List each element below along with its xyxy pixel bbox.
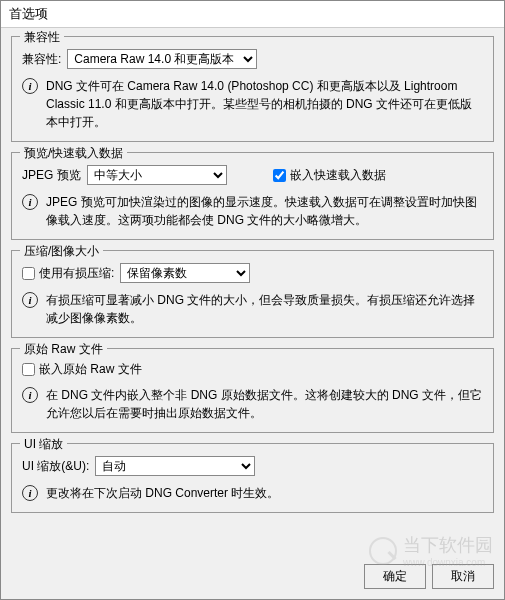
info-icon: i [22,78,38,94]
ui-legend: UI 缩放 [20,436,67,453]
info-icon: i [22,194,38,210]
compat-info: DNG 文件可在 Camera Raw 14.0 (Photoshop CC) … [46,77,483,131]
preview-select[interactable]: 中等大小 [87,165,227,185]
ui-label: UI 缩放(&U): [22,458,89,475]
preview-legend: 预览/快速载入数据 [20,145,127,162]
raw-legend: 原始 Raw 文件 [20,341,107,358]
compat-group: 兼容性 兼容性: Camera Raw 14.0 和更高版本 i DNG 文件可… [11,36,494,142]
compress-legend: 压缩/图像大小 [20,243,103,260]
preview-info: JPEG 预览可加快渲染过的图像的显示速度。快速载入数据可在调整设置时加快图像载… [46,193,483,229]
ui-scale-select[interactable]: 自动 [95,456,255,476]
info-icon: i [22,485,38,501]
preview-label: JPEG 预览 [22,167,81,184]
ok-button[interactable]: 确定 [364,564,426,589]
raw-info: 在 DNG 文件内嵌入整个非 DNG 原始数据文件。这将创建较大的 DNG 文件… [46,386,483,422]
lossy-label: 使用有损压缩: [39,265,114,282]
compress-info: 有损压缩可显著减小 DNG 文件的大小，但会导致质量损失。有损压缩还允许选择减少… [46,291,483,327]
embed-raw-label: 嵌入原始 Raw 文件 [39,361,142,378]
embed-raw-checkbox[interactable] [22,363,35,376]
embed-fastload-checkbox[interactable] [273,169,286,182]
window-title: 首选项 [1,1,504,28]
info-icon: i [22,292,38,308]
info-icon: i [22,387,38,403]
compat-legend: 兼容性 [20,29,64,46]
preview-group: 预览/快速载入数据 JPEG 预览 中等大小 嵌入快速载入数据 i JPEG 预… [11,152,494,240]
cancel-button[interactable]: 取消 [432,564,494,589]
compress-group: 压缩/图像大小 使用有损压缩: 保留像素数 i 有损压缩可显著减小 DNG 文件… [11,250,494,338]
lossy-checkbox[interactable] [22,267,35,280]
raw-group: 原始 Raw 文件 嵌入原始 Raw 文件 i 在 DNG 文件内嵌入整个非 D… [11,348,494,433]
ui-info: 更改将在下次启动 DNG Converter 时生效。 [46,484,483,502]
compat-select[interactable]: Camera Raw 14.0 和更高版本 [67,49,257,69]
ui-group: UI 缩放 UI 缩放(&U): 自动 i 更改将在下次启动 DNG Conve… [11,443,494,513]
compat-label: 兼容性: [22,51,61,68]
pixel-select[interactable]: 保留像素数 [120,263,250,283]
embed-fastload-label: 嵌入快速载入数据 [290,167,386,184]
